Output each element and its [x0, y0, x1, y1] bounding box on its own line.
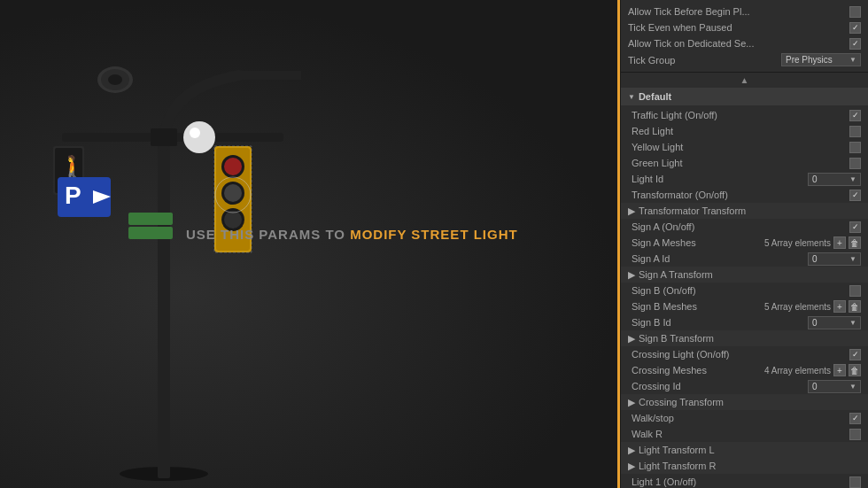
cb-traffic-light[interactable] [849, 110, 861, 121]
input-sign-b-id[interactable]: 0 ▼ [808, 316, 861, 329]
label-light-1: Light 1 (On/off) [632, 476, 849, 487]
svg-point-26 [190, 128, 200, 138]
label-sign-b-transform: ▶ Sign B Transform [628, 333, 861, 345]
label-walk-r: Walk R [632, 429, 849, 439]
sign-a-id-arrow[interactable]: ▼ [849, 255, 856, 263]
cb-green-light[interactable] [849, 158, 861, 169]
light-transform-r-triangle: ▶ [628, 461, 635, 472]
crossing-meshes-count: 4 Array elements [764, 366, 831, 376]
crossing-id-value: 0 [812, 382, 818, 391]
label-sign-b-meshes: Sign B Meshes [632, 301, 764, 312]
prop-sign-b-transform[interactable]: ▶ Sign B Transform [621, 330, 868, 346]
prop-light-transform-r[interactable]: ▶ Light Transform R [621, 458, 868, 474]
prop-traffic-light: Traffic Light (On/off) [621, 107, 868, 123]
label-crossing-light: Crossing Light (On/off) [632, 349, 849, 360]
prop-sign-b-id: Sign B Id 0 ▼ [621, 314, 868, 330]
svg-point-11 [224, 211, 242, 229]
tick-group-dropdown[interactable]: Pre Physics ▼ [781, 53, 861, 66]
sign-a-transform-triangle: ▶ [628, 269, 635, 281]
svg-rect-21 [128, 213, 173, 225]
prop-row-allow-tick: Allow Tick Before Begin Pl... [628, 4, 861, 19]
cb-sign-b[interactable] [849, 285, 861, 297]
checkbox-tick-paused[interactable] [849, 22, 861, 34]
prop-label-allow-tick: Allow Tick Before Begin Pl... [628, 6, 849, 17]
prop-value-tick-group: Pre Physics ▼ [781, 53, 861, 66]
cb-red-light[interactable] [849, 126, 861, 137]
label-sign-a-meshes: Sign A Meshes [632, 237, 764, 248]
label-yellow-light: Yellow Light [632, 142, 849, 152]
svg-point-17 [108, 74, 122, 85]
collapse-icon: ▲ [740, 75, 749, 85]
cb-crossing-light[interactable] [849, 349, 861, 360]
prop-sign-a-transform[interactable]: ▶ Sign A Transform [621, 267, 868, 283]
label-light-transform-l: ▶ Light Transform L [628, 445, 861, 456]
cb-yellow-light[interactable] [849, 142, 861, 153]
collapse-row[interactable]: ▲ [621, 73, 868, 88]
sign-a-meshes-remove[interactable]: 🗑 [849, 236, 861, 249]
prop-value-allow-tick [849, 6, 861, 18]
sign-a-meshes-add[interactable]: + [833, 236, 846, 249]
input-crossing-id[interactable]: 0 ▼ [808, 380, 861, 393]
label-light-id: Light Id [632, 174, 808, 184]
cb-walk-r[interactable] [849, 429, 861, 440]
prop-yellow-light: Yellow Light [621, 139, 868, 155]
sign-b-meshes-remove[interactable]: 🗑 [849, 300, 861, 313]
sign-b-transform-triangle: ▶ [628, 333, 635, 345]
crossing-meshes-add[interactable]: + [833, 364, 846, 376]
prop-crossing-id: Crossing Id 0 ▼ [621, 378, 868, 394]
viewport-background: 🚶 P [0, 0, 620, 488]
default-section-header[interactable]: ▼ Default [621, 88, 868, 105]
prop-crossing-transform[interactable]: ▶ Crossing Transform [621, 394, 868, 410]
prop-light-transform-l[interactable]: ▶ Light Transform L [621, 442, 868, 458]
crossing-meshes-remove[interactable]: 🗑 [849, 364, 861, 376]
cb-light-1[interactable] [849, 476, 861, 488]
label-transformator-transform: ▶ Transformator Transform [628, 205, 861, 217]
prop-value-dedicated [849, 38, 861, 50]
prop-walk-r: Walk R [621, 426, 868, 442]
prop-sign-a-meshes: Sign A Meshes 5 Array elements + 🗑 [621, 235, 868, 251]
sign-b-meshes-add[interactable]: + [833, 300, 846, 313]
input-light-id[interactable]: 0 ▼ [808, 173, 861, 186]
svg-rect-3 [151, 128, 177, 146]
label-walk-stop: Walk/stop [632, 413, 849, 423]
viewport: 🚶 P [0, 0, 620, 488]
label-crossing-transform: ▶ Crossing Transform [628, 397, 861, 408]
prop-row-tick-group: Tick Group Pre Physics ▼ [628, 51, 861, 68]
cb-sign-a[interactable] [849, 221, 861, 233]
sign-a-meshes-count: 5 Array elements [764, 238, 831, 248]
subsection-triangle-icon: ▶ [628, 205, 635, 217]
cb-transformator[interactable] [849, 190, 861, 201]
crossing-transform-triangle: ▶ [628, 397, 635, 408]
prop-label-tick-paused: Tick Even when Paused [628, 22, 849, 33]
array-sign-b-meshes: 5 Array elements + 🗑 [764, 300, 861, 313]
prop-red-light: Red Light [621, 123, 868, 139]
svg-point-9 [224, 158, 242, 175]
checkbox-dedicated[interactable] [849, 38, 861, 50]
label-red-light: Red Light [632, 126, 849, 136]
array-crossing-meshes: 4 Array elements + 🗑 [764, 364, 861, 376]
prop-walk-stop: Walk/stop [621, 410, 868, 426]
light-transform-l-triangle: ▶ [628, 445, 635, 456]
sign-b-id-arrow[interactable]: ▼ [849, 319, 856, 327]
label-green-light: Green Light [632, 158, 849, 168]
cb-walk-stop[interactable] [849, 413, 861, 424]
prop-row-tick-paused: Tick Even when Paused [628, 19, 861, 35]
light-id-arrow[interactable]: ▼ [849, 175, 856, 183]
prop-sign-b: Sign B (On/off) [621, 283, 868, 298]
label-crossing-meshes: Crossing Meshes [632, 365, 764, 376]
prop-value-tick-paused [849, 22, 861, 34]
input-sign-a-id[interactable]: 0 ▼ [808, 252, 861, 266]
crossing-id-arrow[interactable]: ▼ [849, 383, 856, 391]
prop-transformator-transform[interactable]: ▶ Transformator Transform [621, 203, 868, 219]
panel-accent-border [617, 0, 620, 488]
right-panel: Allow Tick Before Begin Pl... Tick Even … [620, 0, 868, 488]
label-transformator: Transformator (On/off) [632, 190, 849, 200]
scene-svg: 🚶 P [0, 0, 620, 488]
checkbox-allow-tick[interactable] [849, 6, 861, 18]
prop-row-dedicated: Allow Tick on Dedicated Se... [628, 35, 861, 51]
section-triangle-icon: ▼ [628, 93, 635, 101]
prop-light-id: Light Id 0 ▼ [621, 171, 868, 187]
tick-group-value: Pre Physics [786, 55, 833, 65]
dropdown-arrow-icon: ▼ [849, 56, 856, 64]
properties-list: Traffic Light (On/off) Red Light Yellow … [621, 105, 868, 488]
